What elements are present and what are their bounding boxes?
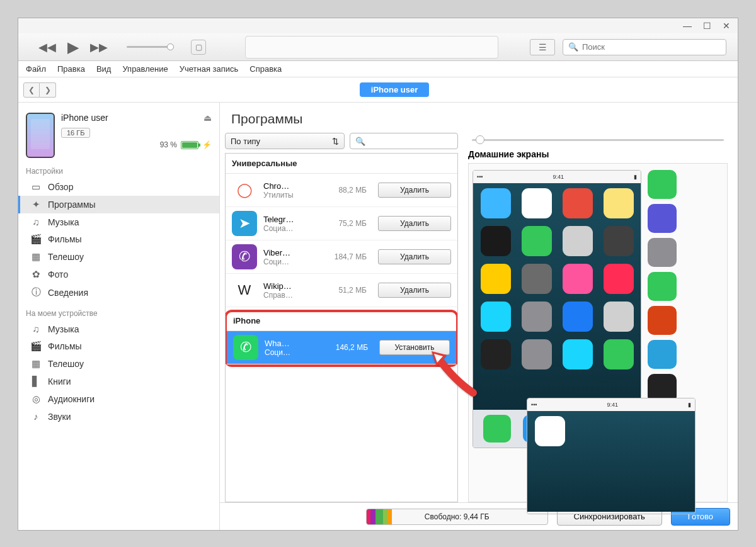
sidebar-item[interactable]: ♪Звуки <box>18 408 219 425</box>
app-row[interactable]: ✆Wha…Соци…146,2 МБУстановить <box>227 331 456 364</box>
app-size: 75,2 МБ <box>323 219 367 228</box>
list-view-button[interactable]: ☰ <box>530 39 555 55</box>
app-icon: ✆ <box>232 244 257 269</box>
sidebar-item[interactable]: ▦Телешоу <box>18 248 219 266</box>
app-icon <box>535 416 565 446</box>
menu-учетная запись[interactable]: Учетная запись <box>180 64 239 74</box>
sidebar-item[interactable]: ▋Книги <box>18 373 219 390</box>
volume-slider[interactable] <box>127 46 171 48</box>
app-icon <box>481 188 511 218</box>
sidebar-label: Аудиокниги <box>48 394 94 404</box>
app-icon <box>604 264 634 294</box>
app-icon <box>604 302 634 332</box>
sidebar-label: Книги <box>48 376 71 386</box>
prev-track-button[interactable]: ◀◀ <box>38 40 56 54</box>
app-action-button[interactable]: Удалить <box>378 216 451 231</box>
dock-app-icon <box>483 415 511 443</box>
sidebar-heading-ondevice: На моем устройстве <box>18 307 219 320</box>
sidebar-item[interactable]: ⓘСведения <box>18 283 219 302</box>
eject-button[interactable]: ⏏ <box>203 113 212 127</box>
sidebar-label: Фото <box>48 269 68 279</box>
app-row[interactable]: ✆Viber…Соци…184,7 МБУдалить <box>226 240 457 274</box>
app-name: Wikip… <box>263 281 316 291</box>
sidebar-item[interactable]: ✿Фото <box>18 266 219 283</box>
app-action-button[interactable]: Удалить <box>378 283 451 298</box>
sidebar-label: Сведения <box>48 288 88 298</box>
library-search[interactable]: 🔍 <box>563 39 726 55</box>
menu-управление[interactable]: Управление <box>122 64 168 74</box>
sidebar-heading-settings: Настройки <box>18 164 219 178</box>
apps-search[interactable]: 🔍 <box>350 133 458 149</box>
home-screen-2[interactable]: •••9:41▮ <box>527 398 696 514</box>
app-icon <box>563 302 593 332</box>
app-row[interactable]: WWikip…Справ…51,2 МБУдалить <box>226 274 457 307</box>
sidebar-item[interactable]: ◎Аудиокниги <box>18 390 219 408</box>
device-capacity: 16 ГБ <box>61 128 90 138</box>
sidebar-item[interactable]: ✦Программы <box>18 196 219 213</box>
app-row[interactable]: ◯Chro…Утилиты88,2 МБУдалить <box>226 174 457 207</box>
sidebar-icon: 🎬 <box>30 341 42 352</box>
sidebar-item[interactable]: ▦Телешоу <box>18 355 219 373</box>
app-action-button[interactable]: Удалить <box>378 183 451 198</box>
menu-правка[interactable]: Правка <box>57 64 85 74</box>
sidebar-label: Звуки <box>48 412 71 422</box>
sidebar-item[interactable]: ♫Музыка <box>18 320 219 337</box>
menu-файл[interactable]: Файл <box>26 64 46 74</box>
device-summary: iPhone user ⏏ 16 ГБ 93 % ⚡ <box>18 103 219 164</box>
app-icon <box>522 339 552 369</box>
app-name: Wha… <box>265 339 318 348</box>
app-group-header: Универсальные <box>226 154 457 174</box>
sidebar-icon: ✿ <box>30 269 42 280</box>
titlebar: — ☐ ✕ <box>18 18 738 33</box>
app-icon <box>522 302 552 332</box>
storage-bar: Свободно: 9,44 ГБ <box>366 509 548 525</box>
app-icon <box>522 264 552 294</box>
nav-back-button[interactable]: ❮ <box>23 82 40 98</box>
nav-forward-button[interactable]: ❯ <box>40 82 56 98</box>
app-icon: ✆ <box>233 335 258 360</box>
close-button[interactable]: ✕ <box>723 21 730 31</box>
next-track-button[interactable]: ▶▶ <box>90 40 108 54</box>
sidebar-icon: ▦ <box>30 251 42 262</box>
airplay-button[interactable]: ▢ <box>191 40 206 55</box>
sidebar-item[interactable]: 🎬Фильмы <box>18 230 219 248</box>
storage-free-label: Свободно: 9,44 ГБ <box>425 512 490 521</box>
app-size: 184,7 МБ <box>323 252 367 261</box>
sidebar-label: Обзор <box>48 182 73 192</box>
sidebar-item[interactable]: ▭Обзор <box>18 178 219 196</box>
app-icon <box>648 272 677 301</box>
page-title: Программы <box>220 103 738 133</box>
sidebar-icon: ▋ <box>30 376 42 387</box>
play-button[interactable]: ▶ <box>67 38 79 56</box>
sidebar-icon: ◎ <box>30 393 42 405</box>
sidebar-item[interactable]: ♫Музыка <box>18 213 219 230</box>
menu-вид[interactable]: Вид <box>96 64 112 74</box>
app-icon <box>648 238 677 267</box>
app-category: Соци… <box>263 257 316 266</box>
sidebar-icon: ✦ <box>30 199 42 210</box>
sidebar-icon: ♫ <box>30 324 42 334</box>
app-icon <box>563 188 593 218</box>
app-icon <box>481 226 511 256</box>
app-group-header: iPhone <box>227 312 456 331</box>
app-category: Справ… <box>263 291 316 300</box>
app-icon <box>604 226 634 256</box>
sort-dropdown[interactable]: По типу⇅ <box>225 133 345 149</box>
library-search-input[interactable] <box>582 42 721 52</box>
sidebar-icon: ♪ <box>30 411 42 422</box>
maximize-button[interactable]: ☐ <box>703 21 711 31</box>
app-action-button[interactable]: Удалить <box>378 249 451 264</box>
app-icon <box>563 264 593 294</box>
app-icon: ◯ <box>232 178 257 203</box>
menu-справка[interactable]: Справка <box>249 64 282 74</box>
app-size: 88,2 МБ <box>323 186 367 195</box>
app-icon: ➤ <box>232 211 257 236</box>
device-breadcrumb[interactable]: iPhone user <box>360 82 429 97</box>
sidebar-label: Телешоу <box>48 252 84 262</box>
app-row[interactable]: ➤Telegr…Социа…75,2 МБУдалить <box>226 207 457 240</box>
preview-zoom-slider[interactable] <box>468 133 728 147</box>
sidebar-item[interactable]: 🎬Фильмы <box>18 337 219 355</box>
minimize-button[interactable]: — <box>683 21 692 31</box>
app-icon <box>648 306 677 335</box>
app-action-button[interactable]: Установить <box>379 340 450 355</box>
